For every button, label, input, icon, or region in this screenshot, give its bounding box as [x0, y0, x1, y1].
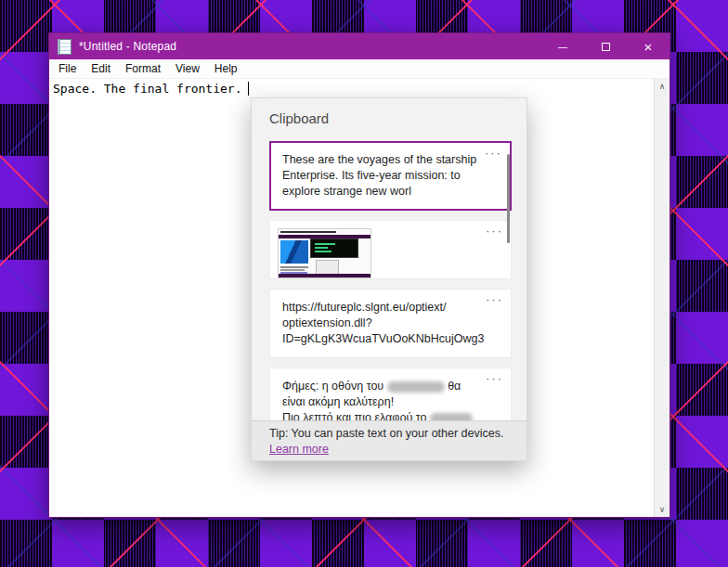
item-text-line: These are the voyages of the starship	[282, 152, 487, 168]
maximize-icon	[602, 43, 610, 51]
window-title: *Untitled - Notepad	[79, 40, 176, 53]
clipboard-panel-title: Clipboard	[252, 98, 526, 135]
clipboard-items-list: ··· These are the voyages of the starshi…	[269, 141, 512, 446]
menu-help[interactable]: Help	[207, 59, 245, 78]
item-more-options-icon[interactable]: ···	[485, 145, 502, 161]
close-icon: ×	[644, 39, 653, 55]
menu-format[interactable]: Format	[118, 59, 168, 78]
clipboard-tip-text: Tip: You can paste text on your other de…	[269, 426, 526, 442]
item-url-line: https://futureplc.slgnt.eu/optiext/	[282, 300, 487, 316]
clipboard-panel: Clipboard ··· These are the voyages of t…	[251, 97, 527, 461]
menu-view[interactable]: View	[168, 59, 207, 78]
menu-bar: File Edit Format View Help	[49, 59, 670, 79]
desktop-background: { "window": { "title": "*Untitled - Note…	[0, 0, 728, 567]
learn-more-link[interactable]: Learn more	[269, 443, 329, 456]
item-more-options-icon[interactable]: ···	[486, 223, 503, 238]
console-window-thumb	[310, 238, 358, 258]
item-text-line: είναι ακόμη καλύτερη!	[282, 394, 487, 410]
maximize-button[interactable]	[584, 33, 627, 59]
scroll-up-button[interactable]: ∧	[655, 79, 670, 94]
clipboard-item-starship-text[interactable]: ··· These are the voyages of the starshi…	[269, 141, 512, 211]
item-more-options-icon[interactable]: ···	[486, 291, 503, 307]
notepad-app-icon	[58, 39, 72, 55]
item-text-line: Enterprise. Its five-year mission: to	[282, 168, 487, 184]
editor-text: Space. The final frontier.	[53, 82, 242, 96]
item-text-line: explore strange new worl	[282, 184, 487, 200]
item-url-line: optiextension.dll?	[282, 316, 487, 331]
greek-text-segment: θα	[448, 380, 461, 393]
chevron-up-icon: ∧	[659, 82, 666, 91]
clipboard-footer: Tip: You can paste text on your other de…	[252, 420, 526, 460]
clipboard-scrollbar-thumb[interactable]	[507, 154, 510, 243]
webpage-screenshot-thumbnail	[278, 228, 371, 278]
close-button[interactable]: ×	[627, 33, 670, 59]
minimize-icon: —	[558, 42, 567, 52]
minimize-button[interactable]: —	[541, 33, 584, 59]
menu-file[interactable]: File	[51, 59, 84, 78]
redacted-text-blur	[387, 381, 445, 393]
clipboard-item-url[interactable]: ··· https://futureplc.slgnt.eu/optiext/ …	[269, 289, 512, 358]
chevron-down-icon: ∨	[659, 505, 666, 514]
item-more-options-icon[interactable]: ···	[486, 370, 503, 386]
item-url-line: ID=gKLgK3WcuaTVuOoKNbHcujOwg3	[282, 331, 487, 347]
text-caret	[248, 82, 250, 96]
editor-vertical-scrollbar[interactable]: ∧ ∨	[654, 79, 670, 517]
window-controls: — ×	[541, 33, 670, 59]
title-bar[interactable]: *Untitled - Notepad — ×	[49, 33, 670, 59]
scroll-down-button[interactable]: ∨	[655, 502, 670, 517]
clipboard-item-image[interactable]: ···	[269, 220, 512, 279]
greek-text-segment: Φήμες: η οθόνη του	[282, 380, 384, 393]
item-text-line: Φήμες: η οθόνη του θα	[282, 379, 487, 394]
menu-edit[interactable]: Edit	[84, 59, 118, 78]
